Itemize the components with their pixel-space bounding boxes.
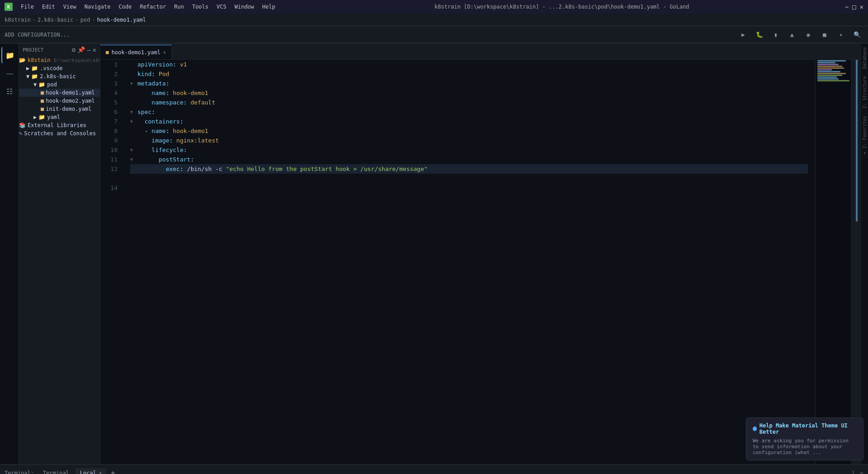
code-line-8: - name: hook-demo1 bbox=[130, 126, 808, 136]
menu-refactor[interactable]: Refactor bbox=[136, 3, 170, 11]
structure-label[interactable]: 2: Structure bbox=[861, 72, 868, 112]
bookmarks-button[interactable]: ⸻ bbox=[1, 65, 18, 81]
code-line-empty bbox=[130, 174, 808, 183]
bc-pod[interactable]: pod bbox=[80, 17, 90, 23]
menu-view[interactable]: View bbox=[60, 3, 80, 11]
code-line-9: image: nginx:latest bbox=[130, 136, 808, 145]
terminal-label: Terminal: bbox=[5, 470, 34, 474]
bc-file[interactable]: hook-demo1.yaml bbox=[97, 17, 146, 23]
tab-close-local[interactable]: ✕ bbox=[99, 470, 102, 474]
bc-root[interactable]: k8strain bbox=[5, 17, 31, 23]
menu-window[interactable]: Window bbox=[231, 3, 258, 11]
terminal-container: Terminal: Terminal Local ✕ + ⋮ − PS D:\w… bbox=[0, 464, 868, 474]
terminal-tab-bar: Terminal: Terminal Local ✕ + ⋮ − bbox=[0, 465, 868, 474]
tree-yaml-folder[interactable]: ▶ 📁 yaml bbox=[19, 113, 100, 121]
tree-init-demo[interactable]: ■ init-demo.yaml bbox=[19, 105, 100, 113]
editor-container: ■ hook-demo1.yaml ✕ 1 2 3 4 5 6 7 8 9 10… bbox=[100, 43, 861, 464]
code-line-6: ▼ spec: bbox=[130, 107, 808, 117]
collapse-icon[interactable]: — bbox=[87, 46, 90, 53]
scroll-thumb[interactable] bbox=[856, 60, 858, 222]
code-line-7: ▼ containers: bbox=[130, 117, 808, 126]
code-line-4: name: hook-demo1 bbox=[130, 88, 808, 98]
code-line-2: kind: Pod bbox=[130, 69, 808, 79]
code-line-3: ▼ metadata: bbox=[130, 79, 808, 88]
menu-help[interactable]: Help bbox=[259, 3, 279, 11]
menu-code[interactable]: Code bbox=[115, 3, 136, 11]
menu-navigate[interactable]: Navigate bbox=[81, 3, 114, 11]
line-numbers: 1 2 3 4 5 6 7 8 9 10 11 12 14 bbox=[100, 60, 123, 464]
code-line-14 bbox=[130, 183, 808, 193]
gear-icon[interactable]: ⚙ bbox=[72, 46, 75, 53]
code-line-12: exec: /bin/sh -c "echo Hello from the po… bbox=[130, 164, 808, 174]
add-configuration[interactable]: ADD CONFIGURATION... bbox=[5, 32, 70, 38]
notification-dot bbox=[753, 427, 757, 431]
editor: 1 2 3 4 5 6 7 8 9 10 11 12 14 apiVersion… bbox=[100, 60, 861, 464]
menu-file[interactable]: File bbox=[17, 3, 38, 11]
left-icon-bar: 📁 ⸻ ☷ bbox=[0, 43, 19, 464]
tree-vscode[interactable]: ▶ 📁 .vscode bbox=[19, 64, 100, 72]
menu-run[interactable]: Run bbox=[170, 3, 188, 11]
tree-header-icons: ⚙ 📌 — ✕ bbox=[72, 46, 96, 53]
breadcrumb: k8strain › 2.k8s-basic › pod › hook-demo… bbox=[0, 14, 868, 26]
add-terminal-button[interactable]: + bbox=[108, 468, 118, 474]
notification-popup: Help Make Material Theme UI Better We ar… bbox=[746, 417, 863, 460]
minimize-button[interactable]: − bbox=[845, 3, 849, 10]
code-line-10: ▼ lifecycle: bbox=[130, 145, 808, 155]
menu-tools[interactable]: Tools bbox=[189, 3, 212, 11]
close-button[interactable]: ✕ bbox=[860, 3, 863, 10]
app-icon: K bbox=[5, 3, 13, 11]
right-sidebar bbox=[851, 60, 861, 464]
main-area: 📁 ⸻ ☷ Project ⚙ 📌 — ✕ 📂 k8stain D:\works… bbox=[0, 43, 868, 464]
file-tree: Project ⚙ 📌 — ✕ 📂 k8stain D:\workspace\k… bbox=[19, 43, 100, 464]
run-button[interactable]: ▶ bbox=[737, 28, 750, 41]
window-title: k8strain [D:\workspace\k8strain] - ...2.… bbox=[434, 4, 689, 10]
outer-right-panel: Database 2: Structure ★ 2: Favorites bbox=[861, 43, 868, 464]
structure-button[interactable]: ☷ bbox=[1, 83, 18, 100]
editor-tab-hook-demo1[interactable]: ■ hook-demo1.yaml ✕ bbox=[100, 45, 172, 59]
tree-scratches[interactable]: ✎ Scratches and Consoles bbox=[19, 129, 100, 137]
title-left: K File Edit View Navigate Code Refactor … bbox=[5, 3, 279, 11]
code-line-1: apiVersion: v1 bbox=[130, 60, 808, 69]
tab-close-icon[interactable]: ✕ bbox=[163, 50, 166, 55]
menu-edit[interactable]: Edit bbox=[38, 3, 59, 11]
tree-root[interactable]: 📂 k8stain D:\workspace\k8s bbox=[19, 56, 100, 64]
tree-hook-demo1[interactable]: ■ hook-demo1.yaml bbox=[19, 89, 100, 97]
code-area[interactable]: apiVersion: v1 kind: Pod ▼ metadata: nam… bbox=[123, 60, 815, 464]
coverage-button[interactable]: ▮ bbox=[769, 28, 782, 41]
tree-pod-folder[interactable]: ▼ 📁 pod bbox=[19, 81, 100, 89]
terminal-minimize-icon[interactable]: − bbox=[860, 469, 863, 474]
analyze-button[interactable]: ◉ bbox=[802, 28, 815, 41]
minimap bbox=[815, 60, 851, 464]
tree-title: Project bbox=[23, 47, 43, 53]
tree-2k8s[interactable]: ▼ 📁 2.k8s-basic bbox=[19, 72, 100, 81]
tab-bar: ■ hook-demo1.yaml ✕ bbox=[100, 43, 861, 60]
build-button[interactable]: ■ bbox=[818, 28, 831, 41]
database-label[interactable]: Database bbox=[861, 43, 868, 72]
tree-hook-demo2[interactable]: ■ hook-demo2.yaml bbox=[19, 97, 100, 105]
search-toolbar-button[interactable]: 🔍 bbox=[851, 28, 863, 41]
favorites-label[interactable]: ★ 2: Favorites bbox=[861, 112, 868, 160]
profile-button[interactable]: ▲ bbox=[786, 28, 798, 41]
code-line-11: ▼ postStart: bbox=[130, 155, 808, 164]
close-tree-icon[interactable]: ✕ bbox=[93, 46, 96, 53]
git-button[interactable]: ✦ bbox=[835, 28, 847, 41]
terminal-tab-local[interactable]: Local ✕ bbox=[75, 468, 106, 474]
project-view-button[interactable]: 📁 bbox=[1, 47, 18, 63]
toolbar: ADD CONFIGURATION... ▶ 🐛 ▮ ▲ ◉ ■ ✦ 🔍 bbox=[0, 26, 868, 43]
menu-bar: File Edit View Navigate Code Refactor Ru… bbox=[17, 3, 279, 11]
terminal-menu-icon[interactable]: ⋮ bbox=[850, 469, 856, 474]
title-bar: K File Edit View Navigate Code Refactor … bbox=[0, 0, 868, 14]
bc-2k8s[interactable]: 2.k8s-basic bbox=[38, 17, 73, 23]
menu-vcs[interactable]: VCS bbox=[213, 3, 230, 11]
debug-button[interactable]: 🐛 bbox=[753, 28, 766, 41]
notification-body: We are asking you for permission to send… bbox=[753, 438, 857, 455]
pin-icon[interactable]: 📌 bbox=[77, 46, 85, 53]
tree-header: Project ⚙ 📌 — ✕ bbox=[19, 43, 100, 56]
tree-external-libraries[interactable]: 📚 External Libraries bbox=[19, 121, 100, 129]
terminal-tab-terminal[interactable]: Terminal bbox=[38, 468, 74, 474]
code-line-5: namespace: default bbox=[130, 98, 808, 107]
window-controls: − □ ✕ bbox=[845, 3, 863, 10]
notification-title: Help Make Material Theme UI Better bbox=[753, 422, 857, 435]
terminal-controls: ⋮ − bbox=[850, 469, 863, 474]
maximize-button[interactable]: □ bbox=[852, 3, 856, 10]
